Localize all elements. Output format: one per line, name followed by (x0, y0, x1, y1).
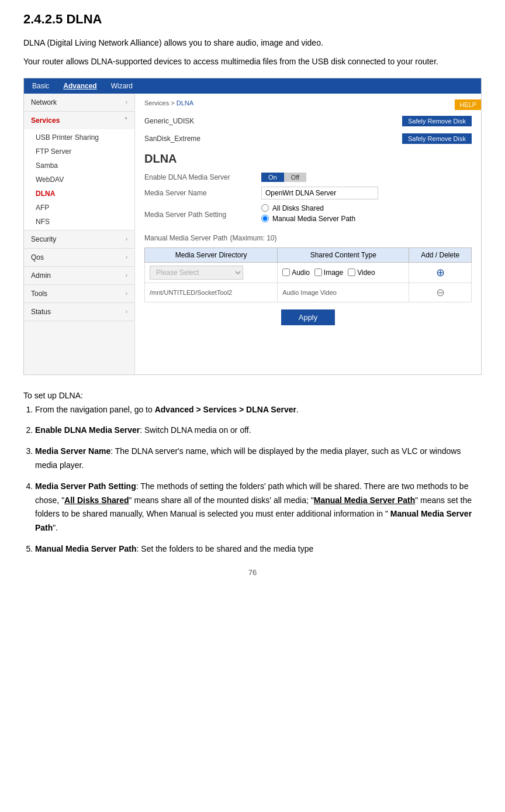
sidebar-item-dlna[interactable]: DLNA (24, 187, 134, 201)
table-row-new: Please Select Audio (145, 262, 472, 283)
sidebar-section-admin: Admin › (24, 267, 134, 285)
page-number: 76 (23, 568, 482, 577)
media-server-name-row: Media Server Name (144, 187, 472, 199)
new-content-type-cell: Audio Image Video (278, 262, 409, 283)
sidebar-item-afp[interactable]: AFP (24, 201, 134, 215)
step-5: Manual Media Server Path: Set the folder… (35, 542, 482, 556)
dlna-toggle-off[interactable]: Off (284, 173, 306, 182)
image-label: Image (324, 269, 343, 277)
path-table-head: Media Server Directory Shared Content Ty… (145, 247, 472, 262)
media-server-name-input[interactable] (261, 187, 378, 199)
sidebar-section-services: Services ˅ USB Printer Sharing FTP Serve… (24, 112, 134, 230)
tools-arrow-icon: › (126, 290, 127, 297)
col-add-delete: Add / Delete (409, 247, 472, 262)
sidebar-item-tools[interactable]: Tools › (24, 285, 134, 302)
safely-remove-disk-button-1[interactable]: Safely Remove Disk (402, 116, 472, 126)
sidebar-item-services[interactable]: Services ˅ (24, 112, 134, 129)
step-1-text: From the navigation panel, go to Advance… (35, 405, 299, 414)
add-entry-button[interactable]: ⊕ (436, 267, 445, 278)
new-directory-cell: Please Select (145, 262, 278, 283)
usb-devices-container: Generic_UDISK Safely Remove Disk SanDisk… (144, 113, 472, 146)
instructions-intro: To set up DLNA: (23, 389, 482, 403)
existing-action-cell: ⊖ (409, 283, 472, 302)
network-label: Network (31, 98, 57, 106)
sidebar-item-security[interactable]: Security › (24, 230, 134, 248)
nav-basic[interactable]: Basic (30, 81, 51, 91)
safely-remove-disk-button-2[interactable]: Safely Remove Disk (402, 133, 472, 144)
nav-advanced[interactable]: Advanced (61, 81, 99, 91)
qos-label: Qos (31, 253, 44, 262)
media-server-name-label: Media Server Name (144, 189, 261, 197)
sidebar-item-status[interactable]: Status › (24, 303, 134, 321)
sidebar-item-nfs[interactable]: NFS (24, 215, 134, 229)
image-checkbox-item: Image (314, 269, 343, 277)
sidebar-item-usb-printer-sharing[interactable]: USB Printer Sharing (24, 130, 134, 144)
path-setting-options: All Disks Shared Manual Media Server Pat… (261, 204, 472, 225)
radio-manual-path-label: Manual Media Server Path (272, 215, 355, 223)
step-3-text: Media Server Name: The DLNA server's nam… (35, 446, 461, 470)
sidebar-item-webdav[interactable]: WebDAV (24, 173, 134, 187)
remove-entry-button[interactable]: ⊖ (436, 287, 445, 298)
breadcrumb-separator: > (171, 99, 176, 106)
router-body: Network › Services ˅ USB Printer Sharing… (24, 94, 481, 374)
step-1-bold: Advanced > Services > DLNA Server (155, 405, 296, 414)
instructions-list: From the navigation panel, go to Advance… (35, 403, 482, 556)
breadcrumb-parent: Services (144, 99, 169, 106)
audio-checkbox[interactable] (282, 269, 290, 276)
status-label: Status (31, 308, 51, 316)
manual-path-subtitle: (Maximum: 10) (230, 234, 277, 242)
step-4-bold: Media Server Path Setting (35, 481, 136, 491)
enable-dlna-row: Enable DLNA Media Server On Off (144, 173, 472, 182)
sidebar-item-samba[interactable]: Samba (24, 159, 134, 173)
radio-manual-path: Manual Media Server Path (261, 215, 472, 223)
directory-select[interactable]: Please Select (150, 266, 243, 280)
existing-path-value: /mnt/UNTITLED/SocketTool2 (150, 289, 232, 296)
sidebar-item-admin[interactable]: Admin › (24, 267, 134, 284)
sidebar-item-qos[interactable]: Qos › (24, 249, 134, 266)
dlna-toggle: On Off (261, 173, 472, 182)
path-table-header-row: Media Server Directory Shared Content Ty… (145, 247, 472, 262)
step-2-text: Enable DLNA Media Server: Switch DLNA me… (35, 425, 251, 435)
intro-paragraph-1: DLNA (Digital Living Network Alliance) a… (23, 36, 482, 49)
instructions-section: To set up DLNA: From the navigation pane… (23, 389, 482, 556)
step-3-bold: Media Server Name (35, 446, 110, 456)
video-checkbox[interactable] (348, 269, 355, 276)
services-sub-menu: USB Printer Sharing FTP Server Samba Web… (24, 129, 134, 230)
services-label: Services (31, 116, 60, 125)
dlna-toggle-on[interactable]: On (261, 173, 284, 182)
step-5-bold: Manual Media Server Path (35, 544, 137, 553)
step-4-manual-path: Manual Media Server Path (314, 496, 416, 505)
radio-all-disks-input[interactable] (261, 204, 269, 212)
nav-wizard[interactable]: Wizard (109, 81, 135, 91)
path-table-body: Please Select Audio (145, 262, 472, 302)
breadcrumb-current[interactable]: DLNA (177, 99, 193, 106)
sidebar-section-status: Status › (24, 303, 134, 321)
help-button[interactable]: HELP (455, 99, 481, 110)
existing-content-type-value: Audio Image Video (282, 289, 337, 296)
usb-device-name-2: SanDisk_Extreme (144, 135, 200, 143)
step-4-manual-ref: Manual Media Server Path (35, 509, 472, 532)
table-row-existing: /mnt/UNTITLED/SocketTool2 Audio Image Vi… (145, 283, 472, 302)
breadcrumb: Services > DLNA (144, 99, 472, 106)
audio-checkbox-item: Audio (282, 269, 310, 277)
existing-content-type-cell: Audio Image Video (278, 283, 409, 302)
sidebar-section-qos: Qos › (24, 249, 134, 267)
sidebar-item-ftp-server[interactable]: FTP Server (24, 144, 134, 159)
manual-media-server-path-section: Manual Media Server Path (Maximum: 10) M… (144, 232, 472, 325)
radio-manual-path-input[interactable] (261, 215, 269, 222)
step-4: Media Server Path Setting: The methods o… (35, 480, 482, 535)
usb-device-row-1: Generic_UDISK Safely Remove Disk (144, 113, 472, 129)
image-checkbox[interactable] (314, 269, 322, 276)
apply-button[interactable]: Apply (281, 309, 335, 325)
media-server-name-value (261, 187, 472, 199)
step-4-all-disks: All Disks Shared (64, 496, 129, 505)
media-server-path-row: Media Server Path Setting All Disks Shar… (144, 204, 472, 225)
sidebar-section-tools: Tools › (24, 285, 134, 303)
sidebar-item-network[interactable]: Network › (24, 94, 134, 111)
page-title: 2.4.2.5 DLNA (23, 12, 482, 27)
security-label: Security (31, 235, 56, 243)
top-navigation: Basic Advanced Wizard (24, 78, 481, 94)
col-media-server-directory: Media Server Directory (145, 247, 278, 262)
content-area: HELP Services > DLNA Generic_UDISK Safel… (135, 94, 481, 374)
col-shared-content-type: Shared Content Type (278, 247, 409, 262)
